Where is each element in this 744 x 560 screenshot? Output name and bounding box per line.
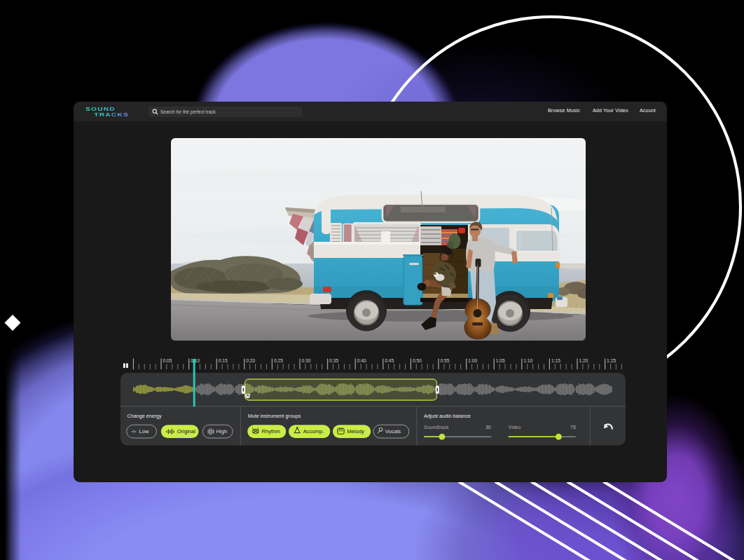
svg-text:Vocals: Vocals <box>385 428 401 435</box>
svg-text:Mute instrument groups: Mute instrument groups <box>248 413 301 419</box>
svg-text:Rhythm: Rhythm <box>262 428 280 435</box>
svg-text:Change energy: Change energy <box>128 413 163 419</box>
svg-text:0:50: 0:50 <box>413 358 422 363</box>
svg-text:1:20: 1:20 <box>579 358 588 363</box>
svg-text:High: High <box>216 428 228 435</box>
svg-text:0:30: 0:30 <box>302 358 311 363</box>
svg-text:1:10: 1:10 <box>523 358 532 363</box>
svg-text:0:15: 0:15 <box>219 358 228 363</box>
svg-text:0:25: 0:25 <box>274 358 283 363</box>
svg-text:0:55: 0:55 <box>441 358 450 363</box>
svg-text:0:05: 0:05 <box>163 358 172 363</box>
svg-text:0:20: 0:20 <box>246 358 255 363</box>
svg-text:Original: Original <box>177 428 195 435</box>
svg-text:Accomp.: Accomp. <box>303 428 324 435</box>
svg-text:1:25: 1:25 <box>607 358 616 363</box>
svg-text:0:35: 0:35 <box>329 358 338 363</box>
svg-text:Soundtrack: Soundtrack <box>424 425 449 430</box>
svg-text:Adjust audio balance: Adjust audio balance <box>424 413 471 419</box>
svg-text:1:05: 1:05 <box>496 358 505 363</box>
svg-text:30: 30 <box>485 425 491 430</box>
svg-text:0:40: 0:40 <box>357 358 366 363</box>
svg-text:1:00: 1:00 <box>468 358 477 363</box>
svg-text:Melody: Melody <box>347 428 364 435</box>
svg-text:75: 75 <box>570 425 576 430</box>
svg-text:Low: Low <box>139 428 149 435</box>
svg-text:0:45: 0:45 <box>385 358 394 363</box>
svg-text:1:15: 1:15 <box>551 358 560 363</box>
svg-text:Video: Video <box>509 425 521 430</box>
